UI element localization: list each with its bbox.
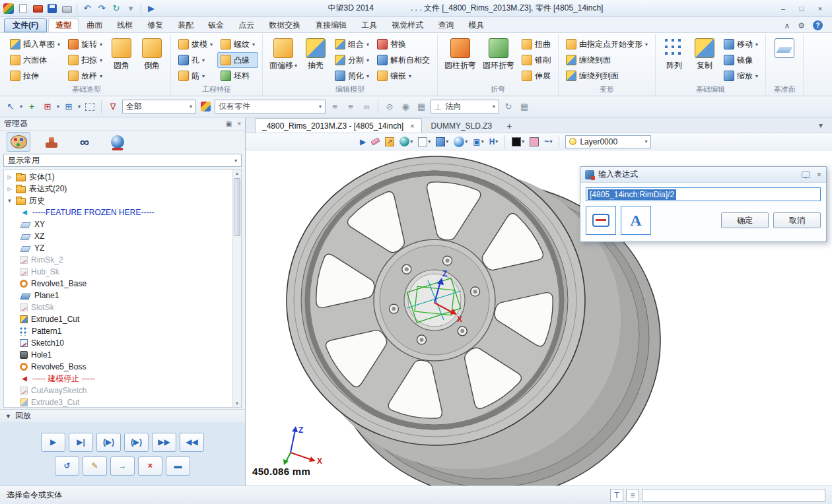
tree-item-extrude3-cut[interactable]: Extrude3_Cut [4, 396, 232, 408]
datum-plane-button[interactable] [770, 36, 799, 58]
text-input-mode-icon[interactable]: T [610, 489, 623, 502]
refresh-button[interactable]: ↻ [110, 3, 122, 15]
tree-item-solids[interactable]: ▷实体(1) [4, 171, 232, 183]
replay-section-header[interactable]: ▼ 回放 [0, 409, 245, 422]
replay-edit-button[interactable]: ✎ [83, 457, 107, 476]
face-offset-button[interactable]: 面偏移▾ [267, 36, 300, 71]
replay-delete-button[interactable]: × [138, 457, 162, 476]
scroll-up-icon[interactable]: ▲ [235, 171, 240, 175]
tree-item-pattern1[interactable]: Pattern1 [4, 325, 232, 337]
draft-button[interactable]: 拔模▾ [175, 36, 216, 52]
tree-item-hubsk[interactable]: Hub_Sk [4, 266, 232, 278]
replay-rewind-button[interactable]: ◀◀ [180, 433, 204, 452]
tab-wireframe[interactable]: 线框 [110, 18, 139, 32]
tab-pointcloud[interactable]: 点云 [232, 18, 261, 32]
normal-direction-combobox[interactable]: ⊥ 法向 ▾ [431, 100, 499, 113]
tree-item-xy-plane[interactable]: XY [4, 218, 232, 230]
minimize-button[interactable]: – [774, 2, 792, 15]
open-file-button[interactable] [32, 3, 44, 15]
font-button[interactable]: A [621, 206, 651, 235]
color-palette-icon[interactable] [199, 100, 212, 113]
manager-tab-history[interactable] [7, 132, 30, 152]
half-shade-icon[interactable]: ▦ [518, 100, 531, 113]
replay-fast-forward-button[interactable]: ▶▶ [152, 433, 176, 452]
tab-direct-edit[interactable]: 直接编辑 [308, 18, 353, 32]
new-file-button[interactable] [17, 3, 29, 15]
print-button[interactable] [61, 3, 73, 15]
mirror-button[interactable]: 镜像 [720, 52, 761, 68]
tab-assembly[interactable]: 装配 [171, 18, 200, 32]
replay-play-to-end-button[interactable]: ▶| [69, 433, 93, 452]
copy-button[interactable]: 复制 [690, 36, 719, 71]
h-planes-icon[interactable]: H▾ [489, 135, 499, 148]
dialog-titlebar[interactable]: 输入表达式 × [580, 167, 826, 183]
scale-button[interactable]: 缩放▾ [720, 68, 761, 84]
cancel-button[interactable]: 取消 [773, 212, 821, 228]
fillet-button[interactable]: 圆角 [107, 36, 136, 71]
tab-mold[interactable]: 模具 [462, 18, 491, 32]
replay-run-to-feature-button[interactable]: → [110, 457, 135, 476]
box-button[interactable]: 六面体 [7, 52, 63, 68]
eraser-icon[interactable] [370, 135, 380, 148]
surface-arrow-icon[interactable]: ↗ [384, 135, 395, 148]
tree-item-expressions[interactable]: ▷表达式(20) [4, 183, 232, 195]
undo-button[interactable]: ↶ [81, 3, 93, 15]
document-tab-active[interactable]: _4800_Rims_2013M.Z3 - [4805_14inch] × [255, 118, 422, 133]
redo-button[interactable]: ↷ [96, 3, 108, 15]
qat-dropdown-button[interactable]: ▾ [125, 3, 137, 15]
morph-from-point-button[interactable]: 由指定点开始变形▾ [563, 36, 651, 52]
refresh-direction-icon[interactable]: ↻ [502, 100, 515, 113]
manager-tab-view[interactable] [106, 132, 129, 152]
new-tab-button[interactable]: + [501, 121, 517, 133]
scrollbar-thumb[interactable] [234, 178, 240, 236]
expander-icon[interactable]: ▷ [7, 186, 13, 192]
revolve-button[interactable]: 旋转▾ [65, 36, 106, 52]
tree-item-rimsk2[interactable]: RimSk_2 [4, 254, 232, 266]
expander-icon[interactable]: ▷ [7, 174, 13, 180]
tab-visualize[interactable]: 视觉样式 [385, 18, 430, 32]
simplify-button[interactable]: 简化▾ [331, 68, 372, 84]
status-command-input[interactable] [642, 489, 825, 502]
toroidal-bend-button[interactable]: 圆环折弯 [480, 36, 517, 71]
render-sphere-icon[interactable]: ▾ [453, 135, 468, 148]
document-tab-dummy[interactable]: DUMMY_SLD.Z3 [424, 118, 500, 133]
tab-tools[interactable]: 工具 [355, 18, 384, 32]
display-filter-combobox[interactable]: 显示常用 ▾ [3, 154, 242, 167]
flange-button[interactable]: 凸缘 [217, 52, 258, 68]
manager-tab-constraints[interactable] [40, 132, 63, 152]
scope-filter-combobox[interactable]: 仅有零件 ▾ [215, 100, 326, 113]
pin-panel-icon[interactable]: ▣ [226, 120, 232, 127]
shaded-display-icon[interactable]: ▾ [399, 135, 413, 148]
comment-icon[interactable] [802, 172, 810, 178]
tree-scrollbar[interactable]: ▲ ▼ [232, 170, 241, 407]
select-arrow-icon[interactable]: ↖ [4, 100, 17, 113]
thread-button[interactable]: 螺纹▾ [217, 36, 258, 52]
tab-repair[interactable]: 修复 [141, 18, 170, 32]
filter-icon[interactable]: ∇ [106, 100, 120, 113]
link-icon[interactable]: ∞ [360, 100, 373, 113]
wrap-row-to-face-button[interactable]: 缠绕列到面 [563, 68, 651, 84]
chamfer-button[interactable]: 倒角 [137, 36, 166, 71]
scroll-down-icon[interactable]: ▼ [235, 401, 240, 406]
chevron-down-icon[interactable]: ▾ [78, 104, 81, 110]
face-color-swatch[interactable] [529, 135, 539, 148]
twist-button[interactable]: 扭曲 [518, 36, 554, 52]
cylindrical-bend-button[interactable]: 圆柱折弯 [442, 36, 479, 71]
expander-icon[interactable]: ▼ [7, 198, 13, 204]
stack-icon[interactable]: ≡ [344, 100, 357, 113]
tab-surface[interactable]: 曲面 [80, 18, 109, 32]
wrap-to-face-button[interactable]: 缠绕到面 [563, 52, 651, 68]
stretch-button[interactable]: 伸展 [518, 68, 554, 84]
move-button[interactable]: 移动▾ [720, 36, 761, 52]
loft-button[interactable]: 放样▾ [65, 68, 106, 84]
tab-file[interactable]: 文件(F) [4, 18, 47, 32]
pattern-button[interactable]: 阵列 [660, 36, 689, 71]
pick-grid-icon[interactable]: ⊞ [41, 100, 54, 113]
close-tab-icon[interactable]: × [410, 122, 414, 130]
replay-regen-button[interactable]: ↺ [55, 457, 79, 476]
tree-item-history[interactable]: ▼历史 [4, 195, 232, 206]
no-snap-icon[interactable]: ⊘ [383, 100, 396, 113]
replay-stop-button[interactable]: ▬ [166, 457, 190, 476]
tree-item-model-stop[interactable]: ◀----- 建模停止 ----- [4, 373, 232, 385]
tab-data-exchange[interactable]: 数据交换 [262, 18, 307, 32]
